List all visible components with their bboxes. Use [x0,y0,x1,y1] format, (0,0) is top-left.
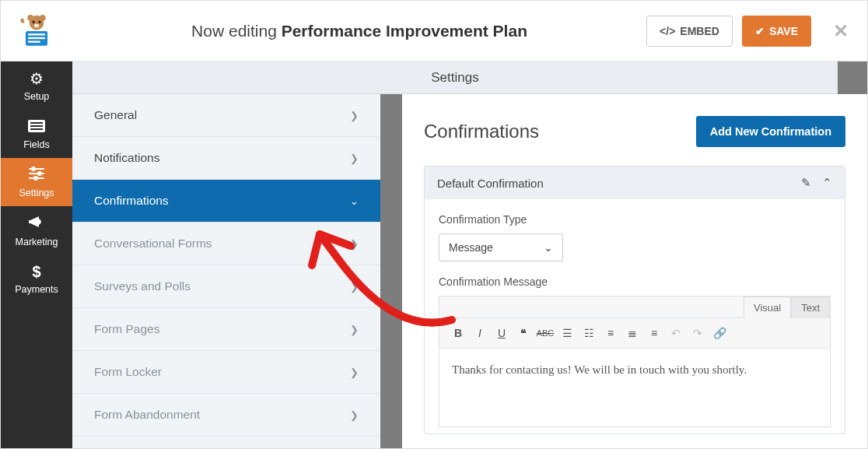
confirmation-message-label: Confirmation Message [439,275,831,288]
card-title: Default Confirmation [437,177,544,190]
chevron-right-icon: ❯ [350,153,359,164]
underline-icon[interactable]: U [491,323,513,343]
panel-title: Confirmations [424,121,539,142]
editor-tab-visual[interactable]: Visual [744,296,791,318]
svg-point-19 [34,177,37,180]
editing-prefix: Now editing [191,22,277,40]
collapse-icon[interactable]: ⌃ [822,176,832,190]
card-body: Confirmation Type Message ⌄ Confirmation… [425,199,845,433]
submenu-item-confirmations[interactable]: Confirmations ⌄ [72,180,380,223]
content: General ❯ Notifications ❯ Confirmations … [72,61,867,448]
gear-icon: ⚙ [30,69,44,88]
save-label: SAVE [769,25,798,37]
redo-icon[interactable]: ↷ [687,323,709,343]
editor-tabs: Visual Text [439,296,830,318]
chevron-right-icon: ❯ [350,409,359,421]
svg-rect-12 [30,125,43,127]
main: ⚙ Setup Fields Settings Marketing $ Paym… [1,61,867,448]
card-head[interactable]: Default Confirmation ✎ ⌃ [425,167,845,199]
editor-toolbar: B I U ❝ ABC ☰ ☷ ≡ ≣ ≡ ↶ [439,318,830,349]
settings-header: Settings [72,61,838,94]
bold-icon[interactable]: B [447,323,469,343]
sidebar-item-marketing[interactable]: Marketing [1,206,72,254]
svg-point-17 [38,172,41,175]
confirmations-panel: Confirmations Add New Confirmation Defau… [402,94,867,448]
chevron-right-icon: ❯ [350,324,359,335]
svg-rect-11 [30,122,43,124]
submenu-label: Surveys and Polls [94,279,191,293]
settings-submenu: General ❯ Notifications ❯ Confirmations … [72,61,383,448]
message-editor: Visual Text B I U ❝ ABC ☰ ☷ [439,296,831,427]
bullet-list-icon[interactable]: ☰ [556,323,578,343]
submenu-item-surveys-polls[interactable]: Surveys and Polls ❯ [72,265,380,308]
editor-body[interactable]: Thanks for contacting us! We will be in … [439,349,830,426]
chevron-right-icon: ❯ [350,110,359,121]
svg-rect-8 [28,37,45,38]
sidebar-item-payments[interactable]: $ Payments [1,254,72,303]
confirmation-type-select[interactable]: Message ⌄ [439,233,563,261]
confirmation-type-label: Confirmation Type [439,213,831,226]
chevron-down-icon: ⌄ [544,241,553,254]
topbar: Now editing Performance Improvement Plan… [1,1,867,61]
align-left-icon[interactable]: ≡ [600,323,621,343]
embed-label: EMBED [680,25,719,37]
top-actions: </> EMBED ✔ SAVE ✕ [646,16,849,47]
check-icon: ✔ [755,25,765,37]
svg-point-4 [38,20,40,23]
numbered-list-icon[interactable]: ☷ [578,323,600,343]
chevron-right-icon: ❯ [350,367,359,378]
code-icon: </> [660,25,675,37]
submenu-label: General [94,108,137,122]
svg-point-3 [32,20,34,23]
page-title: Now editing Performance Improvement Plan [72,22,646,40]
select-value: Message [449,241,493,254]
svg-point-1 [27,14,33,20]
svg-rect-7 [28,33,45,35]
submenu-label: Form Abandonment [94,408,200,422]
confirmation-card: Default Confirmation ✎ ⌃ Confirmation Ty… [424,166,845,434]
submenu-item-conversational-forms[interactable]: Conversational Forms ❯ [72,223,380,265]
submenu-label: Notifications [94,151,159,165]
sidebar-item-label: Marketing [16,237,58,247]
sidebar-item-settings[interactable]: Settings [1,158,72,206]
svg-point-2 [40,14,46,20]
megaphone-icon [28,214,45,233]
close-icon[interactable]: ✕ [833,20,849,42]
svg-point-5 [34,23,39,27]
chevron-down-icon: ⌄ [350,195,359,207]
strikethrough-icon[interactable]: ABC [534,323,556,343]
panel-head: Confirmations Add New Confirmation [424,116,845,147]
submenu-item-form-abandonment[interactable]: Form Abandonment ❯ [72,394,380,437]
embed-button[interactable]: </> EMBED [646,16,733,47]
undo-icon[interactable]: ↶ [665,323,687,343]
pencil-icon[interactable]: ✎ [801,176,811,190]
submenu-item-form-pages[interactable]: Form Pages ❯ [72,308,380,351]
link-icon[interactable]: 🔗 [709,323,730,343]
sidebar-item-label: Fields [23,139,49,150]
svg-rect-9 [28,40,40,42]
editor-tab-text[interactable]: Text [791,296,830,318]
app-logo [1,12,72,51]
sidebar-item-label: Setup [24,91,50,102]
submenu-item-notifications[interactable]: Notifications ❯ [72,137,380,180]
chevron-right-icon: ❯ [350,238,359,250]
sidebar-item-label: Payments [15,284,58,295]
svg-rect-13 [30,128,43,130]
sidebar-item-label: Settings [19,188,54,198]
sidebar-item-setup[interactable]: ⚙ Setup [1,61,72,110]
align-right-icon[interactable]: ≡ [643,323,665,343]
align-center-icon[interactable]: ≣ [621,323,643,343]
submenu-label: Conversational Forms [94,237,212,251]
submenu-label: Confirmations [94,194,169,208]
list-icon [28,118,45,136]
submenu-item-general[interactable]: General ❯ [72,94,380,137]
form-name: Performance Improvement Plan [282,22,527,40]
sidebar: ⚙ Setup Fields Settings Marketing $ Paym… [1,61,72,448]
sliders-icon [28,167,45,184]
add-confirmation-button[interactable]: Add New Confirmation [696,116,845,147]
italic-icon[interactable]: I [469,323,491,343]
sidebar-item-fields[interactable]: Fields [1,110,72,158]
save-button[interactable]: ✔ SAVE [742,16,811,47]
submenu-item-form-locker[interactable]: Form Locker ❯ [72,351,380,394]
quote-icon[interactable]: ❝ [513,323,534,343]
